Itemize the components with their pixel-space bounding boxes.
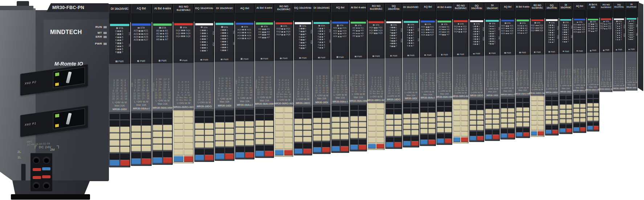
io-module-7: AQ 8xISTAAO0AO1AO2AO3AO4AO5AO6AO7PWR1 |0…	[235, 0, 255, 200]
terminal-row	[587, 93, 599, 98]
rating-label: L+24V dc M	[455, 92, 466, 95]
terminal-cell	[275, 126, 284, 131]
sta-led-label: STA	[522, 22, 526, 24]
channel-led-row: 01	[195, 41, 213, 43]
terminal-row	[501, 103, 515, 108]
terminal-cell	[386, 131, 393, 136]
terminal-cell	[110, 160, 119, 166]
terminal-cell	[470, 110, 476, 114]
spacer	[500, 35, 515, 52]
channel-led-row: AO6AO7	[573, 31, 585, 33]
terminal-cell	[313, 147, 321, 153]
terminal-cell	[485, 125, 492, 129]
sta-led	[616, 21, 617, 22]
terminal-cell	[531, 126, 537, 130]
part-number: MR30-08Ao-I	[573, 89, 586, 92]
channel-led	[284, 34, 286, 36]
part-number: MR30-16DI	[486, 94, 498, 97]
channel-label: DQ2	[275, 30, 281, 33]
channel-led	[340, 28, 342, 29]
terminal-cell	[538, 121, 544, 126]
channel-led	[338, 30, 339, 32]
channel-label: 4	[545, 29, 549, 32]
terminal-cell	[411, 136, 419, 141]
channel-led	[508, 30, 509, 32]
channel-label: 2	[485, 38, 490, 40]
spacer	[420, 36, 436, 54]
channel-led	[606, 28, 608, 29]
channel-led	[631, 39, 633, 40]
terminal-cell	[205, 117, 214, 123]
channel-led	[319, 30, 321, 32]
terminal-cell	[359, 122, 366, 127]
sta-led-row: STA	[600, 21, 612, 22]
pwr-led-label: PWR	[507, 52, 511, 54]
module-body-recess	[215, 13, 235, 22]
channel-label: 6	[626, 38, 629, 41]
wiring-line: 3 |0- |1- 4	[333, 77, 347, 79]
io-module-6: DI 16x24VdCSTA0123456701234567DIaDIbPWR1…	[215, 0, 235, 200]
terminal-row	[195, 110, 214, 117]
terminal-cell	[174, 143, 183, 149]
channel-led-row: 01	[469, 36, 484, 38]
type-color-stripe	[627, 18, 636, 20]
terminal-row	[531, 106, 544, 111]
terminal-cell	[376, 144, 384, 149]
terminal-row	[152, 144, 172, 151]
pwr-led	[549, 51, 550, 53]
channel-led	[301, 45, 302, 46]
channel-led	[181, 30, 183, 31]
terminal-cell	[538, 126, 544, 130]
channel-label: 4	[195, 35, 201, 38]
channel-label: AO4	[331, 32, 337, 35]
pwr-led-label: PWR	[579, 50, 583, 52]
channel-label: 2	[545, 36, 549, 39]
terminal-cell	[411, 141, 419, 146]
terminal-row	[235, 152, 254, 158]
terminal-cell	[195, 149, 204, 154]
terminal-row	[313, 118, 330, 124]
terminal-cell	[501, 108, 507, 113]
channel-led-row: 23	[469, 38, 484, 41]
sta-led-row: STA	[403, 24, 419, 26]
terminal-cell	[376, 110, 384, 115]
channel-led	[409, 40, 410, 41]
sta-led-row: STA	[485, 22, 500, 25]
channel-led	[593, 26, 594, 27]
channel-label: 4	[386, 42, 391, 45]
part-number: MR30-16DO	[613, 87, 625, 90]
sta-led-label: STA	[264, 25, 268, 28]
channel-label: AI1	[165, 29, 172, 32]
terminal-cell	[560, 119, 566, 123]
terminal-cell	[470, 126, 476, 130]
terminal-cell	[174, 156, 183, 162]
channel-label: 4	[545, 39, 549, 41]
terminal-cell	[523, 133, 529, 137]
terminal-row	[485, 134, 500, 139]
mt-led-indicator	[103, 32, 107, 34]
terminal-block	[530, 96, 545, 137]
part-number: MR30-08AI-I4W	[350, 99, 367, 103]
channel-label: 2	[386, 29, 391, 32]
sta-led-row: STA	[173, 26, 193, 29]
channel-label: 2	[469, 28, 474, 30]
terminal-cell	[303, 119, 311, 124]
module-type-label: DQ 16x24Vdc	[294, 4, 312, 12]
terminal-cell	[546, 116, 551, 120]
io-module-18: AI 8xI 4-wireSTAAI0AI1AI2AI3AI4AI5AI6AI7…	[436, 0, 453, 200]
terminal-row	[152, 157, 172, 164]
terminal-cell	[110, 140, 119, 146]
terminal-cell	[265, 127, 273, 132]
channel-led-row: 45	[469, 41, 484, 43]
power-lever-blue	[42, 167, 50, 170]
wiring-side-label: AI8I-4-Wire	[587, 69, 589, 78]
terminal-cell	[538, 107, 544, 111]
part-number: MR30-06RO-NO	[174, 105, 193, 109]
pwr-led-label: PWR	[223, 58, 228, 61]
pwr-led	[137, 60, 139, 62]
channel-led	[119, 37, 121, 38]
terminal-cell	[552, 120, 558, 124]
pwr-led-row: PWR	[530, 51, 545, 53]
wiring-line: 13 |6+ |7+ 14	[333, 89, 347, 91]
module-type-label: DQ 16x24Vdc	[613, 3, 625, 9]
